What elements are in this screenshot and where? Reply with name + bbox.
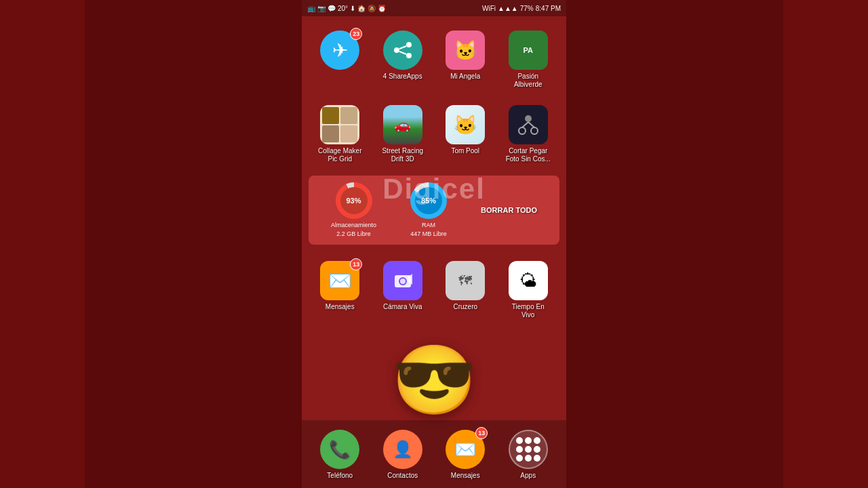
left-panel [85,0,302,488]
collage-icon [320,105,359,144]
app-cortar[interactable]: Cortar Pegar Foto Sin Cos... [497,101,560,167]
contactos-label: Contactos [387,472,418,480]
app-icon-wrapper-collage [320,105,359,144]
apps-dot [525,437,532,444]
apps-icon [509,430,548,469]
dock-icon-wrapper-telefono: 📞 [320,430,359,469]
racing-label: Street Racing Drift 3D [379,147,427,163]
apps-grid [516,437,540,462]
storage-circle: 93% Almacenamiento 2.2 GB Libre [331,182,376,238]
pasion-icon: PA [509,30,548,70]
mensajes-badge: 13 [350,258,362,270]
svg-point-2 [394,47,399,53]
tiempo-label: Tiempo En Vivo [505,303,552,319]
storage-label: Almacenamiento 2.2 GB Libre [331,221,376,238]
cortar-icon [509,105,548,144]
app-row-2: Collage Maker Pic Grid 🚗 Street Racing D… [302,94,566,174]
app-icon-wrapper-pasion: PA [509,30,548,70]
dock-telefono[interactable]: 📞 Teléfono [309,426,372,484]
app-shareapps[interactable]: 4 ShareApps [372,26,435,93]
apps-dot [534,446,540,453]
ram-circle: 85% RAM 447 MB Libre [410,182,447,238]
mute-icon: 🔕 [368,5,376,12]
apps-dot [534,437,540,444]
tv-icon: 📺 [307,5,315,12]
app-icon-wrapper-miangela: 🐱 [446,30,485,70]
app-telegram[interactable]: ✈ 23 [309,26,372,93]
apps-label: Apps [520,472,536,480]
app-row-3: ✉️ 13 Mensajes Cámara Viva [302,250,566,330]
alarm-icon: ⏰ [378,5,386,12]
app-icon-wrapper-tiempo: 🌤 [509,261,548,300]
dock-icon-wrapper-mensajes: ✉️ 13 [446,430,485,469]
app-icon-wrapper-shareapps [383,30,422,70]
app-icon-wrapper-mensajes: ✉️ 13 [320,261,359,300]
mensajes-dock-label: Mensajes [451,472,480,480]
dock-mensajes[interactable]: ✉️ 13 Mensajes [434,426,497,484]
app-pasion[interactable]: PA Pasión Albiverde [497,26,560,93]
storage-pct: 93% [340,187,368,214]
camara-label: Cámara Viva [383,303,422,311]
apps-dot [516,455,523,462]
home-icon: 🏠 [357,5,366,12]
app-miangela[interactable]: 🐱 Mi Angela [434,26,497,93]
status-icons-left: 📺 📷 💬 20° ⬇ 🏠 🔕 ⏰ [307,5,386,12]
borrar-button[interactable]: BORRAR TODO [481,206,537,214]
mensajes-label: Mensajes [326,303,355,311]
dock-contactos[interactable]: 👤 Contactos [372,426,435,484]
cruzero-label: Cruzero [453,303,477,311]
miangela-label: Mi Angela [450,73,480,81]
svg-point-14 [400,279,406,284]
app-icon-wrapper-cruzero: 🗺 [446,261,485,300]
app-racing[interactable]: 🚗 Street Racing Drift 3D [372,101,435,167]
camera-status-icon: 📷 [317,5,326,12]
app-row-1: ✈ 23 4 ShareApps [302,20,566,100]
whatsapp-status-icon: 💬 [328,5,336,12]
dock-apps[interactable]: Apps [497,426,560,484]
cleaner-widget: 93% Almacenamiento 2.2 GB Libre 85% RAM … [309,176,559,245]
cortar-svg [515,112,541,138]
app-mensajes[interactable]: ✉️ 13 Mensajes [309,257,372,323]
camara-svg [392,270,414,291]
cortar-label: Cortar Pegar Foto Sin Cos... [505,147,552,163]
right-panel [566,0,783,488]
cruzero-icon: 🗺 [446,261,485,300]
battery-percentage: 77% [520,5,534,12]
share-svg [391,38,415,62]
time-display: 8:47 PM [536,5,561,12]
ram-pct: 85% [415,187,442,214]
contactos-icon: 👤 [383,430,422,469]
racing-car-icon: 🚗 [394,117,411,133]
app-tiempo[interactable]: 🌤 Tiempo En Vivo [497,257,560,323]
ram-label: RAM 447 MB Libre [410,221,447,238]
telefono-icon: 📞 [320,430,359,469]
apps-dot [525,446,532,453]
app-icon-wrapper-telegram: ✈ 23 [320,30,359,70]
app-tompool[interactable]: 🐱 Tom Pool [434,101,497,167]
phone-screen: 📺 📷 💬 20° ⬇ 🏠 🔕 ⏰ WiFi ▲▲▲ 77% 8:47 PM ✈… [302,0,566,488]
app-icon-wrapper-cortar [509,105,548,144]
dock-icon-wrapper-contactos: 👤 [383,430,422,469]
apps-dot [516,437,523,444]
collage-cell-4 [340,125,357,142]
miangela-icon: 🐱 [446,30,485,70]
apps-dot [534,455,540,462]
shareapps-label: 4 ShareApps [383,73,422,81]
status-bar: 📺 📷 💬 20° ⬇ 🏠 🔕 ⏰ WiFi ▲▲▲ 77% 8:47 PM [302,0,566,16]
collage-label: Collage Maker Pic Grid [316,147,363,163]
dock-icon-wrapper-apps [509,430,548,469]
shareapps-icon [383,30,422,70]
tiempo-icon: 🌤 [509,261,548,300]
download-icon: ⬇ [350,5,355,12]
telefono-label: Teléfono [327,472,353,480]
app-cruzero[interactable]: 🗺 Cruzero [434,257,497,323]
dock-mensajes-badge: 13 [475,427,488,439]
app-collage[interactable]: Collage Maker Pic Grid [309,101,372,167]
emoji-overlay: 😎 [392,340,477,420]
pasion-label: Pasión Albiverde [505,73,552,89]
collage-cell-2 [340,107,357,124]
collage-cell-3 [322,125,339,142]
tompool-label: Tom Pool [451,147,479,155]
app-icon-wrapper-racing: 🚗 [383,105,422,144]
app-camara[interactable]: Cámara Viva [372,257,435,323]
